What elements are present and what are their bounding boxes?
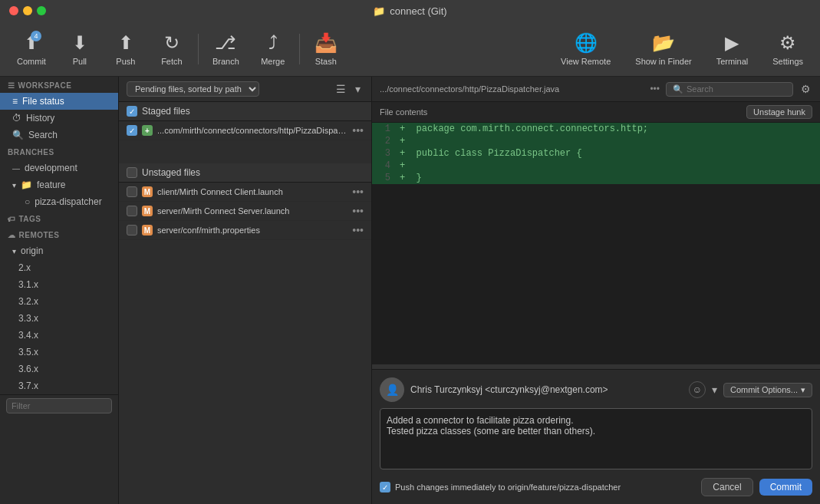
file-status-icon: ≡ xyxy=(12,96,18,107)
diff-content: 1 + package com.mirth.connect.connectors… xyxy=(372,123,820,364)
file-panel-header: Pending files, sorted by path ☰ ▾ xyxy=(119,77,371,102)
unstage-file-checkbox-1[interactable] xyxy=(127,206,137,216)
commit-button[interactable]: 4 ⬆ Commit xyxy=(6,26,57,72)
sidebar-item-development[interactable]: — development xyxy=(0,160,118,176)
sidebar-item-remote-35x[interactable]: 3.5.x xyxy=(0,344,118,361)
sidebar-item-remote-2x[interactable]: 2.x xyxy=(0,259,118,276)
unstaged-files-label: Unstaged files xyxy=(142,167,200,178)
terminal-icon: ▶ xyxy=(725,32,739,54)
diff-line-3: 3 + public class PizzaDispatcher { xyxy=(372,147,820,160)
emoji-button[interactable]: ☺ xyxy=(689,381,706,398)
diff-more-button[interactable]: ••• xyxy=(650,84,660,94)
file-more-button-2[interactable]: ••• xyxy=(352,224,364,236)
close-button[interactable] xyxy=(9,6,18,15)
sidebar-item-history[interactable]: ⏱ History xyxy=(0,110,118,127)
fetch-icon: ↻ xyxy=(164,32,179,54)
chevron-down-icon: ▾ xyxy=(801,385,805,395)
unstaged-filename-2: server/conf/mirth.properties xyxy=(157,226,347,235)
view-toggle-button[interactable]: ▾ xyxy=(352,81,364,97)
file-more-button-0[interactable]: ••• xyxy=(352,186,364,198)
merge-button[interactable]: ⤴ Merge xyxy=(250,26,296,72)
staged-file-item[interactable]: ✓ + ...com/mirth/connect/connectors/http… xyxy=(119,121,371,140)
workspace-icon: ☰ xyxy=(8,81,15,90)
search-icon: 🔍 xyxy=(673,84,683,94)
settings-icon: ⚙ xyxy=(779,32,796,54)
view-remote-icon: 🌐 xyxy=(575,32,598,54)
chevron-down-icon: ▾ xyxy=(12,247,16,255)
unstaged-file-item-0[interactable]: M client/Mirth Connect Client.launch ••• xyxy=(119,183,371,202)
diff-settings-button[interactable]: ⚙ xyxy=(799,81,812,97)
merge-icon: ⤴ xyxy=(268,32,278,54)
unstaged-file-item-1[interactable]: M server/Mirth Connect Server.launch ••• xyxy=(119,202,371,221)
titlebar: 📁 connect (Git) xyxy=(0,0,820,21)
unstage-file-checkbox-0[interactable] xyxy=(127,186,137,197)
diff-filepath: .../connect/connectors/http/PizzaDispatc… xyxy=(380,84,644,94)
diff-header: .../connect/connectors/http/PizzaDispatc… xyxy=(372,77,820,102)
sidebar-item-remote-32x[interactable]: 3.2.x xyxy=(0,293,118,310)
remotes-header: ☁ REMOTES xyxy=(0,226,118,242)
settings-button[interactable]: ⚙ Settings xyxy=(762,26,814,72)
file-panel: Pending files, sorted by path ☰ ▾ ✓ Stag… xyxy=(119,77,372,504)
sidebar-item-remote-34x[interactable]: 3.4.x xyxy=(0,327,118,344)
diff-file-header: File contents Unstage hunk xyxy=(372,102,820,123)
view-remote-button[interactable]: 🌐 View Remote xyxy=(550,26,621,72)
push-button[interactable]: ⬆ Push xyxy=(103,26,149,72)
sidebar-item-file-status[interactable]: ≡ File status xyxy=(0,93,118,110)
branch-button[interactable]: ⎇ Branch xyxy=(202,26,250,72)
file-status-modified-2: M xyxy=(142,225,153,236)
minimize-button[interactable] xyxy=(23,6,32,15)
history-icon: ⏱ xyxy=(12,113,21,124)
filter-input[interactable] xyxy=(6,398,112,413)
current-branch-icon: ○ xyxy=(25,196,30,207)
unstaged-filename-0: client/Mirth Connect Client.launch xyxy=(157,187,347,196)
file-panel-toolbar: ☰ ▾ xyxy=(333,81,364,97)
folder-icon: 📁 xyxy=(373,5,385,17)
unstaged-file-item-2[interactable]: M server/conf/mirth.properties ••• xyxy=(119,221,371,240)
tags-header: 🏷 TAGS xyxy=(0,210,118,226)
workspace-header: ☰ WORKSPACE xyxy=(0,77,118,93)
commit-message-input[interactable]: Added a connector to facilitate pizza or… xyxy=(380,408,812,469)
staged-filename: ...com/mirth/connect/connectors/http/Piz… xyxy=(157,126,347,135)
finder-icon: 📂 xyxy=(652,32,675,54)
unstage-all-checkbox[interactable] xyxy=(127,167,137,178)
sidebar-item-feature[interactable]: ▾ 📁 feature xyxy=(0,176,118,193)
sidebar-item-remote-33x[interactable]: 3.3.x xyxy=(0,310,118,327)
folder-icon: 📁 xyxy=(21,180,32,190)
dropdown-arrow-icon[interactable]: ▾ xyxy=(712,384,717,396)
file-more-button[interactable]: ••• xyxy=(352,124,364,137)
terminal-button[interactable]: ▶ Terminal xyxy=(706,26,759,72)
sidebar-item-origin[interactable]: ▾ origin xyxy=(0,242,118,259)
file-status-modified-0: M xyxy=(142,186,153,197)
sidebar-item-pizza-dispatcher[interactable]: ○ pizza-dispatcher xyxy=(0,193,118,210)
sidebar-item-remote-37x[interactable]: 3.7.x xyxy=(0,377,118,394)
commit-area: 👤 Chris Turczynksyj <cturczynksyj@nextge… xyxy=(372,369,820,504)
unstaged-filename-1: server/Mirth Connect Server.launch xyxy=(157,206,347,216)
sidebar-item-remote-31x[interactable]: 3.1.x xyxy=(0,276,118,293)
sort-dropdown[interactable]: Pending files, sorted by path xyxy=(127,81,259,97)
diff-panel: .../connect/connectors/http/PizzaDispatc… xyxy=(372,77,820,369)
pull-button[interactable]: ⬇ Pull xyxy=(57,26,103,72)
fetch-button[interactable]: ↻ Fetch xyxy=(149,26,195,72)
toolbar-right: 🌐 View Remote 📂 Show in Finder ▶ Termina… xyxy=(550,26,814,72)
stash-button[interactable]: 📥 Stash xyxy=(303,26,349,72)
sidebar-item-search[interactable]: 🔍 Search xyxy=(0,127,118,143)
file-contents-label: File contents xyxy=(380,107,427,117)
list-view-button[interactable]: ☰ xyxy=(333,81,349,97)
commit-options-button[interactable]: Commit Options... ▾ xyxy=(723,383,812,397)
window-title: 📁 connect (Git) xyxy=(373,5,446,17)
spacer xyxy=(119,140,371,163)
unstage-hunk-button[interactable]: Unstage hunk xyxy=(746,105,812,119)
file-more-button-1[interactable]: ••• xyxy=(352,205,364,217)
push-icon: ⬆ xyxy=(118,32,133,54)
sidebar-item-remote-36x[interactable]: 3.6.x xyxy=(0,361,118,377)
stage-all-checkbox[interactable]: ✓ xyxy=(127,106,137,117)
commit-button-main[interactable]: Commit xyxy=(759,479,812,496)
diff-search-input[interactable] xyxy=(687,84,786,94)
cancel-button[interactable]: Cancel xyxy=(701,478,752,496)
push-checkbox[interactable]: ✓ xyxy=(380,482,390,492)
show-in-finder-button[interactable]: 📂 Show in Finder xyxy=(624,26,702,72)
maximize-button[interactable] xyxy=(37,6,46,15)
unstage-file-checkbox-2[interactable] xyxy=(127,225,137,236)
sidebar-filter-area xyxy=(0,394,118,417)
stage-file-checkbox[interactable]: ✓ xyxy=(127,125,137,136)
